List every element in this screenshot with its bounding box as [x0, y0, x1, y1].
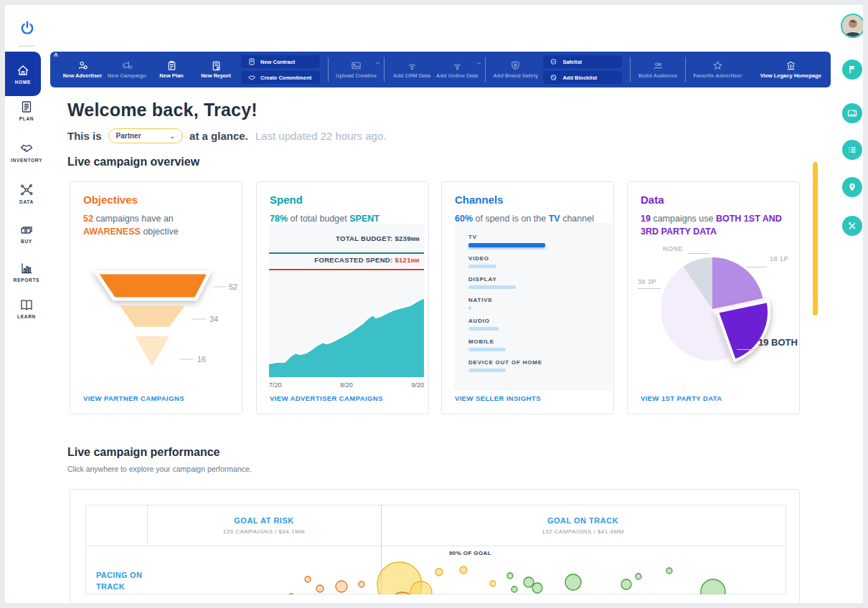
performance-card[interactable]: GOAL AT RISK 120 CAMPAIGNS / $34.1MM GOA…: [70, 489, 800, 603]
sidebar-item-label: INVENTORY: [6, 158, 47, 163]
new-campaign-button[interactable]: New Campaign: [105, 60, 149, 80]
stat-text: campaigns have an: [95, 214, 173, 224]
learn-book-icon: [19, 298, 34, 312]
welcome-subtitle: This is Partner ⌄ at a glance. Last upda…: [67, 128, 386, 143]
creative-image-icon: [351, 60, 362, 71]
scroll-indicator[interactable]: [813, 162, 818, 315]
tools-icon: [846, 220, 858, 232]
button-label: Create Commitment: [260, 75, 311, 81]
new-plan-button[interactable]: New Plan: [149, 60, 194, 80]
overview-heading: Live campaign overview: [67, 156, 199, 168]
channel-label: AUDIO: [468, 318, 613, 324]
button-label: Add Brand Safety: [493, 72, 538, 80]
sidebar-item-label: DATA: [6, 199, 47, 204]
location-pin-icon: [846, 181, 858, 193]
toolbar-divider: [384, 57, 385, 82]
column-title: GOAL AT RISK: [234, 516, 293, 525]
objectives-funnel-chart: 52 34 16: [80, 262, 240, 379]
contract-document-icon: [247, 57, 256, 66]
button-label: New Plan: [159, 72, 183, 80]
card-subtitle: 52 campaigns have an AWARENESS objective: [83, 212, 230, 238]
channel-bar: [468, 348, 506, 351]
action-toolbar: ^ New Advertiser New Campaign New Plan: [50, 52, 831, 87]
reports-chart-icon: [19, 261, 34, 275]
pie-label-both: 19 BOTH: [758, 337, 798, 348]
view-advertiser-campaigns-link[interactable]: VIEW ADVERTISER CAMPAIGNS: [270, 394, 383, 402]
performance-table: GOAL AT RISK 120 CAMPAIGNS / $34.1MM GOA…: [85, 505, 786, 594]
x-tick: 8/20: [340, 381, 353, 389]
channel-bar: [468, 306, 471, 310]
inventory-handshake-icon: [19, 141, 34, 156]
view-legacy-homepage-button[interactable]: View Legacy Homepage: [758, 60, 824, 80]
sidebar-item-inventory[interactable]: INVENTORY: [6, 141, 47, 163]
card-title: Channels: [455, 194, 504, 206]
spend-area-chart: [269, 224, 424, 377]
sidebar-item-home[interactable]: HOME: [5, 52, 41, 96]
add-blocklist-button[interactable]: Add Blocklist: [543, 71, 622, 84]
chevron-down-icon: [375, 62, 380, 65]
channel-bar: [468, 265, 496, 268]
add-brand-safety-button[interactable]: Add Brand Safety: [491, 60, 540, 80]
stat-text: channel: [562, 214, 594, 224]
toolbar-divider: [630, 57, 631, 82]
build-audience-button[interactable]: Build Audience: [636, 60, 680, 80]
user-avatar[interactable]: [841, 14, 863, 38]
view-1st-party-data-link[interactable]: VIEW 1ST PARTY DATA: [641, 394, 722, 402]
new-advertiser-button[interactable]: New Advertiser: [60, 60, 105, 80]
last-updated-text: Last updated 22 hours ago.: [255, 130, 387, 142]
tools-rail-button[interactable]: [842, 216, 862, 236]
pie-callout-line: [688, 253, 709, 254]
view-seller-insights-link[interactable]: VIEW SELLER INSIGHTS: [455, 394, 541, 402]
channel-label: DISPLAY: [468, 276, 613, 282]
list-rail-button[interactable]: [842, 140, 862, 160]
view-partner-campaigns-link[interactable]: VIEW PARTNER CAMPAIGNS: [83, 394, 184, 402]
sidebar-item-buy[interactable]: BUY: [6, 222, 47, 244]
app-window: HOME PLAN INVENTORY DATA BUY REPORTS: [5, 5, 863, 603]
toolbar-collapse-chevron-icon[interactable]: ^: [54, 52, 58, 60]
bubble-chart-area[interactable]: [149, 546, 786, 594]
image-rail-button[interactable]: [842, 103, 862, 123]
campaign-megaphone-icon: [122, 60, 133, 71]
blocklist-slash-icon: [549, 73, 558, 82]
pie-label-1p: 18 1P: [770, 255, 788, 262]
favorite-advertiser-button[interactable]: Favorite Advertiser: [691, 60, 744, 80]
stat-value: 60%: [455, 214, 473, 224]
flag-icon: [846, 64, 858, 75]
channel-bar: [468, 327, 499, 331]
channel-label: VIDEO: [468, 255, 613, 262]
performance-subheading: Click anywhere to explore your campaign …: [67, 465, 252, 473]
sidebar-item-plan[interactable]: PLAN: [6, 100, 47, 121]
view-selector-dropdown[interactable]: Partner ⌄: [108, 128, 184, 143]
add-crm-data-button[interactable]: Add CRM Data: [390, 60, 434, 80]
list-icon: [846, 144, 858, 156]
power-button[interactable]: [18, 19, 37, 38]
stat-value: 78%: [270, 214, 288, 224]
new-contract-button[interactable]: New Contract: [241, 55, 320, 68]
safelist-button[interactable]: Safelist: [543, 55, 622, 68]
pie-label-none: NONE: [663, 245, 683, 252]
stat-highlight: TV: [549, 214, 560, 224]
pie-callout-line: [747, 267, 767, 267]
card-title: Data: [641, 194, 664, 206]
sidebar-item-data[interactable]: DATA: [6, 183, 47, 204]
stat-value: 52: [83, 214, 93, 224]
location-rail-button[interactable]: [842, 177, 862, 197]
upload-creative-button[interactable]: Upload Creative: [334, 60, 379, 80]
channel-label: DEVICE OUT OF HOME: [468, 359, 613, 366]
button-label: View Legacy Homepage: [760, 72, 821, 80]
create-commitment-button[interactable]: Create Commitment: [241, 71, 320, 84]
x-tick: 7/20: [269, 381, 282, 389]
sidebar-item-label: LEARN: [6, 314, 47, 319]
plan-clipboard-icon: [166, 60, 177, 71]
sidebar-item-label: REPORTS: [6, 277, 47, 282]
new-report-button[interactable]: New Report: [194, 60, 238, 80]
x-tick: 9/20: [411, 381, 424, 389]
stat-text: objective: [143, 227, 178, 237]
sidebar-item-reports[interactable]: REPORTS: [6, 261, 47, 282]
buy-money-icon: [19, 222, 34, 237]
add-online-data-button[interactable]: Add Online Data: [434, 60, 480, 80]
welcome-prefix: This is: [67, 130, 102, 142]
sidebar-item-learn[interactable]: LEARN: [6, 298, 47, 319]
flag-rail-button[interactable]: [842, 60, 862, 80]
card-subtitle: 78% of total budget SPENT: [270, 212, 417, 225]
